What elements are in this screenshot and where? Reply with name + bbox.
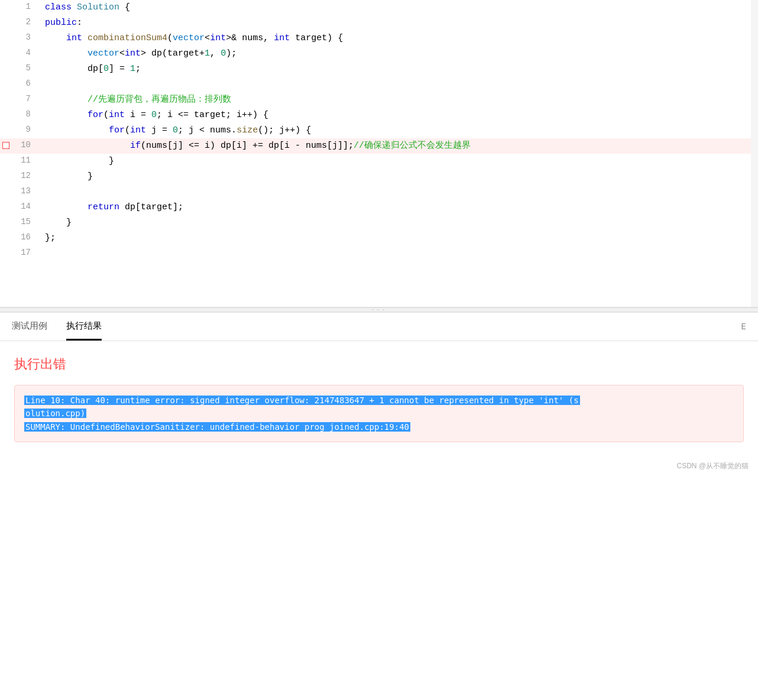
line-code: }; — [40, 231, 758, 246]
token: (); j++) { — [258, 125, 311, 135]
error-indicator — [0, 31, 12, 46]
error-indicator — [0, 0, 12, 15]
line-code: } — [40, 154, 758, 169]
token — [45, 33, 66, 43]
line-code: class Solution { — [40, 0, 758, 15]
token: combinationSum4 — [88, 33, 167, 43]
tab-exec-result[interactable]: 执行结果 — [66, 313, 102, 341]
token: int — [109, 110, 125, 120]
token: ( — [167, 33, 173, 43]
tab-test-case[interactable]: 测试用例 — [12, 313, 47, 341]
error-summary: SUMMARY: UndefinedBehaviorSanitizer: und… — [24, 420, 734, 433]
line-number: 16 — [12, 231, 40, 246]
scrollbar[interactable] — [751, 0, 758, 307]
token: size — [237, 125, 258, 135]
token: public — [45, 18, 77, 28]
line-code: int combinationSum4(vector<int>& nums, i… — [40, 31, 758, 46]
token: >& nums, — [226, 33, 274, 43]
line-code: } — [40, 169, 758, 184]
line-code: return dp[target]; — [40, 200, 758, 215]
token: 1 — [205, 48, 210, 59]
token: ; i <= target; i++) { — [157, 110, 268, 120]
error-indicator — [0, 215, 12, 231]
token — [45, 125, 109, 135]
token: ; j < nums. — [178, 125, 237, 135]
line-number: 13 — [12, 184, 40, 200]
token: int — [210, 33, 226, 43]
token: ] = — [109, 64, 130, 74]
token: 0 — [221, 48, 226, 59]
token: if — [130, 141, 141, 151]
token: 0 — [103, 64, 109, 74]
token: 0 — [173, 125, 178, 135]
token: int — [66, 33, 82, 43]
error-indicator — [0, 108, 12, 123]
code-table: 1class Solution {2public:3 int combinati… — [0, 0, 758, 261]
token: dp[ — [45, 64, 103, 74]
error-indicator — [0, 92, 12, 108]
error-indicator — [0, 138, 12, 154]
table-row: 15 } — [0, 215, 758, 231]
token: return — [88, 202, 119, 212]
token — [45, 95, 88, 105]
token — [45, 48, 88, 59]
table-row: 16}; — [0, 231, 758, 246]
line-number: 17 — [12, 246, 40, 261]
error-indicator — [0, 154, 12, 169]
line-code: dp[0] = 1; — [40, 61, 758, 77]
table-row: 1class Solution { — [0, 0, 758, 15]
token: vector — [173, 33, 205, 43]
token — [45, 141, 130, 151]
table-row: 9 for(int j = 0; j < nums.size(); j++) { — [0, 123, 758, 138]
token: } — [45, 218, 72, 228]
table-row: 14 return dp[target]; — [0, 200, 758, 215]
token: for — [109, 125, 125, 135]
table-row: 2public: — [0, 15, 758, 31]
line-code: public: — [40, 15, 758, 31]
line-number: 10 — [12, 138, 40, 154]
token: int — [274, 33, 290, 43]
token: (nums[j] <= i) dp[i] += dp[i - nums[j]]; — [141, 141, 354, 151]
token: int — [130, 125, 146, 135]
error-line2-text: olution.cpp) — [24, 409, 86, 418]
token: int — [125, 48, 141, 59]
error-box-icon — [2, 142, 9, 149]
line-code: for(int i = 0; i <= target; i++) { — [40, 108, 758, 123]
token: i = — [125, 110, 151, 120]
line-number: 7 — [12, 92, 40, 108]
error-line1-text: Line 10: Char 40: runtime error: signed … — [24, 396, 580, 405]
line-code: vector<int> dp(target+1, 0); — [40, 46, 758, 61]
tab-bar: 测试用例 执行结果 E — [0, 313, 758, 341]
table-row: 4 vector<int> dp(target+1, 0); — [0, 46, 758, 61]
token: < — [205, 33, 210, 43]
line-number: 1 — [12, 0, 40, 15]
table-row: 8 for(int i = 0; i <= target; i++) { — [0, 108, 758, 123]
line-code: } — [40, 215, 758, 231]
token: , — [210, 48, 221, 59]
token: { — [119, 2, 130, 12]
error-indicator — [0, 200, 12, 215]
result-area: 执行出错 Line 10: Char 40: runtime error: si… — [0, 341, 758, 456]
table-row: 6 — [0, 77, 758, 92]
error-message-line2: olution.cpp) — [24, 407, 734, 420]
footer-watermark: CSDN @从不睡觉的猫 — [0, 456, 758, 476]
table-row: 5 dp[0] = 1; — [0, 61, 758, 77]
line-number: 11 — [12, 154, 40, 169]
error-message-line1: Line 10: Char 40: runtime error: signed … — [24, 394, 734, 407]
line-number: 3 — [12, 31, 40, 46]
token: //确保递归公式不会发生越界 — [354, 141, 471, 151]
table-row: 10 if(nums[j] <= i) dp[i] += dp[i - nums… — [0, 138, 758, 154]
table-row: 7 //先遍历背包，再遍历物品：排列数 — [0, 92, 758, 108]
error-indicator — [0, 246, 12, 261]
token: 0 — [151, 110, 157, 120]
error-indicator — [0, 15, 12, 31]
panel-divider[interactable]: ··· — [0, 307, 758, 312]
table-row: 17 — [0, 246, 758, 261]
line-code: if(nums[j] <= i) dp[i] += dp[i - nums[j]… — [40, 138, 758, 154]
line-number: 8 — [12, 108, 40, 123]
error-indicator — [0, 123, 12, 138]
token: target) { — [290, 33, 343, 43]
token: j = — [146, 125, 173, 135]
table-row: 12 } — [0, 169, 758, 184]
error-indicator — [0, 77, 12, 92]
